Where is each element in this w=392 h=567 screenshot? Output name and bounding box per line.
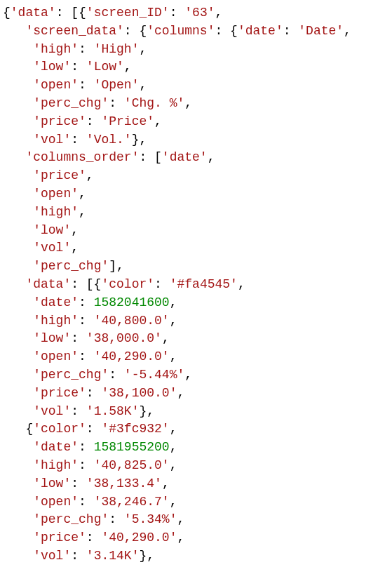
code-token-key: 'perc_chg' (33, 96, 109, 110)
code-token-punct: : (71, 331, 86, 345)
code-token-str: 'vol' (33, 241, 71, 255)
code-token-str: '40,290.0' (101, 531, 177, 545)
code-token-str: '40,800.0' (94, 314, 170, 328)
code-token-punct: : (71, 60, 86, 74)
code-token-str: '38,100.0' (101, 386, 177, 400)
code-token-punct: : { (215, 24, 237, 38)
code-token-punct: , (344, 24, 351, 38)
code-token-punct: : (170, 6, 185, 20)
code-token-punct: : (79, 42, 94, 56)
code-token-key: 'color' (101, 277, 154, 291)
code-token-punct (3, 277, 25, 291)
code-token-punct (3, 512, 33, 526)
code-token-punct (3, 495, 33, 509)
code-token-key: 'open' (33, 78, 79, 92)
code-token-num: 1582041600 (94, 295, 170, 309)
code-token-key: 'open' (33, 349, 79, 363)
code-line: 'price': 'Price', (3, 114, 162, 128)
code-token-punct: , (71, 223, 79, 237)
code-token-punct: , (162, 331, 170, 345)
code-token-punct: : [{ (71, 277, 101, 291)
code-token-punct (3, 42, 33, 56)
code-token-str: 'Date' (298, 24, 344, 38)
code-token-punct: : (86, 531, 102, 545)
code-token-punct: : (71, 133, 86, 147)
code-token-punct (3, 331, 33, 345)
code-token-str: '40,825.0' (94, 458, 170, 472)
code-token-key: 'open' (33, 495, 79, 509)
code-line: 'open': 'Open', (3, 78, 147, 92)
code-token-punct: , (170, 440, 177, 454)
code-line: 'high': '40,825.0', (3, 458, 177, 472)
code-token-punct (3, 114, 33, 128)
code-token-str: '63' (184, 6, 215, 20)
code-token-punct: , (162, 476, 170, 491)
code-token-punct (3, 349, 33, 363)
code-token-punct: : (79, 458, 94, 472)
code-token-punct: : (79, 495, 94, 509)
code-token-punct (3, 96, 33, 110)
code-line: 'low': '38,133.4', (3, 476, 170, 491)
code-token-punct: : (109, 96, 124, 110)
code-token-str: 'High' (94, 42, 140, 56)
code-token-str: 'open' (33, 187, 79, 201)
code-token-str: '38,133.4' (86, 476, 162, 491)
code-line: 'open': '40,290.0', (3, 349, 177, 363)
code-token-punct: , (170, 314, 177, 328)
code-token-punct (3, 404, 33, 418)
code-line: 'high', (3, 205, 86, 219)
code-token-punct (3, 133, 33, 147)
code-token-key: 'vol' (33, 133, 71, 147)
code-token-punct: , (184, 96, 192, 110)
code-token-key: 'data' (25, 277, 71, 291)
code-token-punct (3, 241, 33, 255)
code-token-str: '40,290.0' (94, 349, 170, 363)
code-token-str: '1.58K' (86, 404, 140, 418)
code-token-punct: : (79, 295, 94, 309)
code-token-punct: , (177, 512, 184, 526)
code-token-key: 'high' (33, 314, 79, 328)
code-token-punct: : (79, 440, 94, 454)
code-token-punct: : (79, 349, 94, 363)
code-token-punct (3, 531, 33, 545)
code-token-key: 'columns' (147, 24, 215, 38)
code-token-punct (3, 187, 33, 201)
code-token-key: 'price' (33, 114, 86, 128)
code-token-punct: ], (109, 259, 124, 273)
code-token-key: 'date' (238, 24, 283, 38)
code-token-punct (3, 205, 33, 219)
code-line: 'open', (3, 187, 86, 201)
code-token-key: 'date' (33, 440, 79, 454)
code-token-str: 'date' (162, 150, 208, 164)
code-token-punct (3, 549, 33, 563)
code-token-punct: : (71, 549, 86, 563)
code-token-punct: : (109, 368, 124, 382)
code-token-punct: { (3, 422, 33, 436)
code-token-key: 'color' (33, 422, 86, 436)
code-line: 'vol': '1.58K'}, (3, 404, 154, 418)
code-token-punct (3, 168, 33, 182)
code-line: {'data': [{'screen_ID': '63', (3, 6, 222, 20)
code-token-punct: , (177, 386, 184, 400)
code-token-punct: }, (139, 404, 154, 418)
code-line: 'vol': '3.14K'}, (3, 549, 154, 563)
code-token-key: 'price' (33, 386, 86, 400)
code-token-punct (3, 150, 25, 164)
code-token-punct (3, 476, 33, 491)
code-line: 'price': '40,290.0', (3, 531, 184, 545)
code-token-key: 'columns_order' (25, 150, 139, 164)
code-line: 'perc_chg': '-5.44%', (3, 368, 192, 382)
code-token-punct (3, 440, 33, 454)
code-token-punct: , (208, 150, 215, 164)
code-token-punct: , (215, 6, 223, 20)
code-token-punct: : (86, 422, 102, 436)
code-token-key: 'vol' (33, 549, 71, 563)
code-token-str: 'price' (33, 168, 86, 182)
code-token-str: 'Vol.' (86, 133, 132, 147)
code-token-punct: , (170, 422, 177, 436)
code-token-punct: , (86, 168, 94, 182)
code-token-punct: : { (124, 24, 147, 38)
code-token-punct: : [ (139, 150, 161, 164)
code-token-str: 'Chg. %' (124, 96, 184, 110)
code-line: 'columns_order': ['date', (3, 150, 215, 164)
